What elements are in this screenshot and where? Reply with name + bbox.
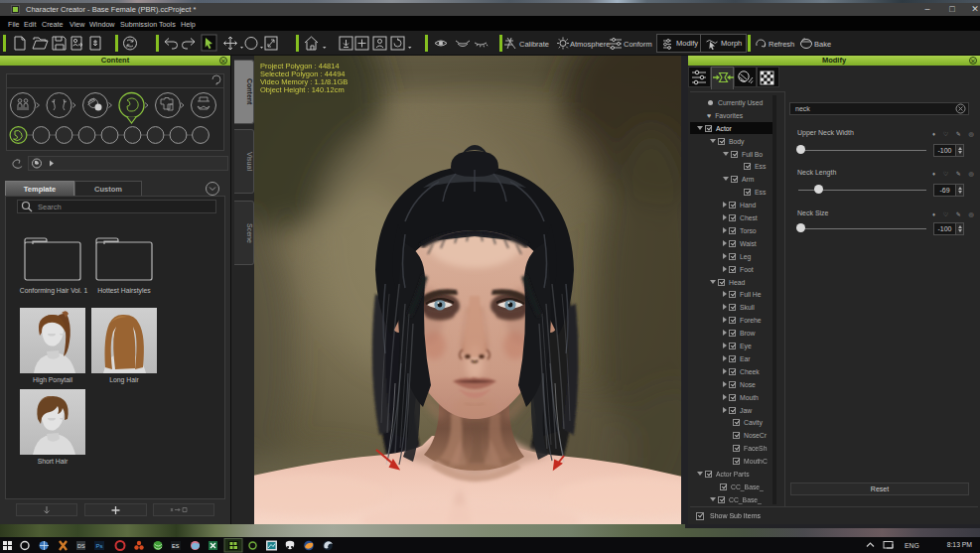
svg-text:Ps: Ps (96, 543, 103, 549)
svg-text:ES: ES (172, 543, 180, 549)
svg-text:Object Height : 140.12cm: Object Height : 140.12cm (260, 85, 345, 94)
svg-text:DS: DS (77, 543, 85, 549)
